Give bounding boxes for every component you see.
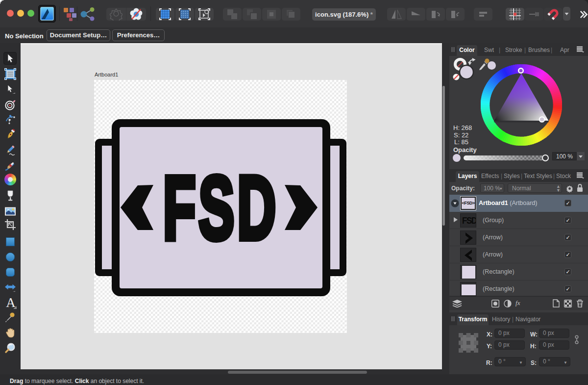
svg-text:FSD: FSD: [163, 157, 279, 258]
